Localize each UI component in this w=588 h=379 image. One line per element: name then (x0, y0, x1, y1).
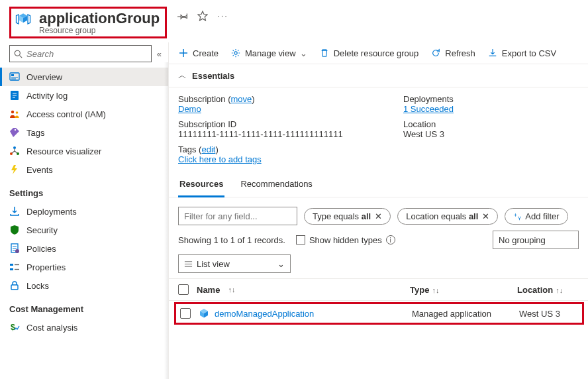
sidebar-item-label: Policies (26, 244, 56, 254)
sidebar-item-label: Locks (26, 281, 49, 291)
grouping-select[interactable]: No grouping (493, 231, 579, 249)
show-hidden-checkbox[interactable] (296, 235, 305, 244)
sidebar-item-deployments[interactable]: Deployments (0, 202, 168, 221)
tab-recommendations[interactable]: Recommendations (239, 172, 313, 197)
sidebar-item-label: Properties (26, 262, 66, 272)
filter-pill-type[interactable]: Type equals all ✕ (304, 208, 391, 225)
sidebar-item-tags[interactable]: Tags (0, 123, 168, 142)
sort-icon: ↑↓ (432, 286, 439, 294)
sidebar-item-locks[interactable]: Locks (0, 276, 168, 295)
svg-point-10 (11, 111, 14, 113)
sidebar-item-label: Events (26, 165, 53, 175)
resource-row-highlight-box: demoManagedApplication Managed applicati… (174, 302, 584, 325)
collapse-sidebar-icon[interactable]: « (157, 49, 162, 59)
select-all-checkbox[interactable] (178, 284, 189, 295)
toolbar-manage-view[interactable]: Manage view ⌄ (230, 48, 307, 58)
security-icon (9, 225, 20, 235)
sidebar-item-label: Overview (26, 72, 62, 82)
svg-text:$: $ (11, 323, 15, 332)
download-icon (487, 48, 498, 58)
resource-name-link[interactable]: demoManagedApplication (215, 309, 314, 319)
sidebar-item-cost-analysis[interactable]: $ Cost analysis (0, 318, 168, 337)
location-value: West US 3 (403, 129, 588, 139)
svg-point-12 (15, 129, 16, 131)
properties-icon (9, 262, 20, 272)
svg-point-24 (234, 52, 237, 54)
svg-rect-3 (11, 74, 14, 76)
filter-field-input[interactable] (178, 207, 297, 225)
deployments-icon (9, 206, 20, 217)
sidebar-item-events[interactable]: Events (0, 160, 168, 179)
plus-icon (178, 48, 189, 58)
sidebar-item-properties[interactable]: Properties (0, 258, 168, 276)
toolbar-delete[interactable]: Delete resource group (319, 48, 419, 58)
deployments-link[interactable]: 1 Succeeded (403, 104, 454, 114)
pin-icon[interactable] (177, 11, 188, 21)
svg-rect-18 (10, 264, 13, 266)
sidebar-item-label: Security (26, 225, 58, 235)
svg-point-0 (15, 50, 20, 56)
info-icon[interactable]: i (386, 235, 395, 244)
title-highlight-box: applicationGroup Resource group (9, 7, 167, 38)
star-icon[interactable] (197, 11, 208, 21)
sidebar-item-label: Activity log (26, 91, 68, 101)
deployments-label: Deployments (403, 94, 588, 104)
toolbar-create[interactable]: Create (178, 48, 219, 58)
add-filter-icon: ⁺ᵧ (513, 211, 521, 221)
tags-label: Tags (178, 144, 196, 154)
resource-type: Managed application (412, 309, 511, 319)
sidebar-item-overview[interactable]: Overview (0, 68, 168, 86)
sidebar-item-policies[interactable]: Policies (0, 239, 168, 258)
subscription-move-link[interactable]: move (231, 94, 252, 104)
sidebar-item-label: Access control (IAM) (26, 109, 106, 119)
sidebar-search-input[interactable] (26, 49, 147, 59)
policies-icon (9, 243, 20, 254)
toolbar-export[interactable]: Export to CSV (487, 48, 556, 58)
table-row[interactable]: demoManagedApplication Managed applicati… (176, 304, 582, 323)
column-header-location[interactable]: Location↑↓ (517, 285, 583, 295)
sidebar-heading-settings: Settings (0, 179, 168, 202)
locks-icon (9, 280, 20, 291)
page-subtitle: Resource group (39, 26, 160, 35)
sidebar-item-activity-log[interactable]: Activity log (0, 86, 168, 105)
subscription-id-label: Subscription ID (178, 119, 377, 129)
sidebar-item-access-control[interactable]: Access control (IAM) (0, 105, 168, 123)
tags-add-link[interactable]: Click here to add tags (178, 154, 262, 164)
records-count: Showing 1 to 1 of 1 records. (178, 235, 285, 245)
sort-icon: ↑↓ (556, 286, 563, 294)
svg-point-17 (15, 249, 19, 253)
list-view-icon (184, 260, 193, 268)
sidebar-heading-cost: Cost Management (0, 295, 168, 318)
chevron-down-icon: ⌄ (300, 48, 307, 58)
more-icon[interactable]: ··· (217, 11, 228, 21)
access-control-icon (9, 109, 20, 119)
sort-icon: ↑↓ (228, 286, 235, 294)
location-label: Location (403, 119, 588, 129)
cost-analysis-icon: $ (9, 322, 20, 333)
sidebar-item-security[interactable]: Security (0, 221, 168, 239)
page-title: applicationGroup (39, 10, 160, 27)
resource-location: West US 3 (519, 309, 585, 319)
events-icon (9, 164, 20, 175)
close-icon[interactable]: ✕ (375, 211, 382, 221)
svg-point-11 (16, 111, 19, 114)
subscription-id-value: 11111111-1111-1111-1111-111111111111 (178, 129, 377, 139)
view-mode-select[interactable]: List view ⌄ (178, 254, 291, 273)
tags-edit-link[interactable]: edit (201, 144, 215, 154)
column-header-name[interactable]: Name↑↓ (197, 285, 402, 295)
activity-log-icon (9, 90, 20, 101)
column-header-type[interactable]: Type↑↓ (410, 285, 509, 295)
add-filter-button[interactable]: ⁺ᵧ Add filter (505, 208, 567, 225)
row-checkbox[interactable] (180, 308, 191, 319)
subscription-link[interactable]: Demo (178, 104, 201, 114)
tab-resources[interactable]: Resources (178, 172, 224, 197)
essentials-toggle[interactable]: ︿ Essentials (169, 64, 588, 87)
filter-pill-location[interactable]: Location equals all ✕ (397, 208, 498, 225)
sidebar-search[interactable] (9, 45, 152, 62)
trash-icon (319, 48, 330, 58)
close-icon[interactable]: ✕ (482, 211, 489, 221)
toolbar-refresh[interactable]: Refresh (430, 48, 475, 58)
gear-icon (230, 48, 241, 58)
managed-app-icon (199, 308, 209, 319)
sidebar-item-resource-visualizer[interactable]: Resource visualizer (0, 142, 168, 160)
